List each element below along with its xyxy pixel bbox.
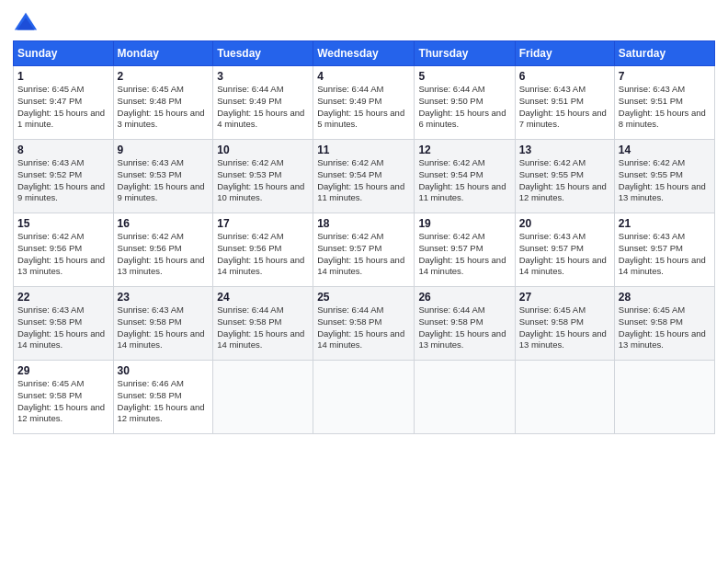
empty-cell bbox=[415, 361, 515, 434]
day-number: 24 bbox=[217, 291, 309, 304]
day-info: Sunrise: 6:42 AMSunset: 9:53 PMDaylight:… bbox=[217, 157, 309, 204]
day-info: Sunrise: 6:43 AMSunset: 9:58 PMDaylight:… bbox=[118, 304, 210, 351]
day-info: Sunrise: 6:45 AMSunset: 9:58 PMDaylight:… bbox=[619, 304, 711, 351]
day-info: Sunrise: 6:43 AMSunset: 9:57 PMDaylight:… bbox=[619, 231, 711, 278]
day-info: Sunrise: 6:42 AMSunset: 9:56 PMDaylight:… bbox=[217, 231, 309, 278]
day-number: 9 bbox=[118, 144, 210, 156]
day-cell-18: 18Sunrise: 6:42 AMSunset: 9:57 PMDayligh… bbox=[313, 213, 415, 287]
day-number: 13 bbox=[519, 144, 610, 156]
day-number: 5 bbox=[418, 70, 510, 83]
day-number: 6 bbox=[519, 70, 610, 83]
day-info: Sunrise: 6:45 AMSunset: 9:48 PMDaylight:… bbox=[118, 84, 210, 131]
header-row: SundayMondayTuesdayWednesdayThursdayFrid… bbox=[14, 41, 715, 66]
day-info: Sunrise: 6:45 AMSunset: 9:47 PMDaylight:… bbox=[17, 84, 109, 131]
day-info: Sunrise: 6:44 AMSunset: 9:50 PMDaylight:… bbox=[418, 84, 510, 131]
day-number: 18 bbox=[317, 217, 410, 230]
day-cell-2: 2Sunrise: 6:45 AMSunset: 9:48 PMDaylight… bbox=[113, 66, 213, 140]
day-cell-27: 27Sunrise: 6:45 AMSunset: 9:58 PMDayligh… bbox=[515, 287, 614, 361]
day-number: 27 bbox=[519, 291, 610, 304]
day-number: 30 bbox=[118, 364, 210, 377]
day-cell-3: 3Sunrise: 6:44 AMSunset: 9:49 PMDaylight… bbox=[213, 66, 313, 140]
day-info: Sunrise: 6:44 AMSunset: 9:49 PMDaylight:… bbox=[217, 84, 309, 131]
day-number: 11 bbox=[317, 144, 410, 156]
header-cell-wednesday: Wednesday bbox=[313, 41, 415, 66]
day-cell-23: 23Sunrise: 6:43 AMSunset: 9:58 PMDayligh… bbox=[113, 287, 213, 361]
day-info: Sunrise: 6:43 AMSunset: 9:53 PMDaylight:… bbox=[118, 157, 210, 204]
empty-cell bbox=[614, 361, 714, 434]
day-info: Sunrise: 6:42 AMSunset: 9:56 PMDaylight:… bbox=[118, 231, 210, 278]
day-cell-5: 5Sunrise: 6:44 AMSunset: 9:50 PMDaylight… bbox=[415, 66, 515, 140]
day-cell-10: 10Sunrise: 6:42 AMSunset: 9:53 PMDayligh… bbox=[213, 140, 313, 213]
day-cell-29: 29Sunrise: 6:45 AMSunset: 9:58 PMDayligh… bbox=[14, 361, 114, 434]
day-cell-13: 13Sunrise: 6:42 AMSunset: 9:55 PMDayligh… bbox=[515, 140, 614, 213]
day-cell-16: 16Sunrise: 6:42 AMSunset: 9:56 PMDayligh… bbox=[113, 213, 213, 287]
logo-icon bbox=[13, 9, 39, 35]
day-number: 10 bbox=[217, 144, 309, 156]
day-cell-20: 20Sunrise: 6:43 AMSunset: 9:57 PMDayligh… bbox=[515, 213, 614, 287]
day-info: Sunrise: 6:42 AMSunset: 9:54 PMDaylight:… bbox=[418, 157, 510, 204]
day-info: Sunrise: 6:45 AMSunset: 9:58 PMDaylight:… bbox=[519, 304, 610, 351]
week-row-1: 1Sunrise: 6:45 AMSunset: 9:47 PMDaylight… bbox=[14, 66, 715, 140]
empty-cell bbox=[313, 361, 415, 434]
day-info: Sunrise: 6:46 AMSunset: 9:58 PMDaylight:… bbox=[118, 378, 210, 425]
day-info: Sunrise: 6:42 AMSunset: 9:54 PMDaylight:… bbox=[317, 157, 410, 204]
day-number: 29 bbox=[17, 364, 109, 377]
day-info: Sunrise: 6:42 AMSunset: 9:55 PMDaylight:… bbox=[619, 157, 711, 204]
header-cell-monday: Monday bbox=[113, 41, 213, 66]
day-number: 22 bbox=[17, 291, 109, 304]
day-cell-6: 6Sunrise: 6:43 AMSunset: 9:51 PMDaylight… bbox=[515, 66, 614, 140]
day-number: 28 bbox=[619, 291, 711, 304]
week-row-5: 29Sunrise: 6:45 AMSunset: 9:58 PMDayligh… bbox=[14, 361, 715, 434]
day-cell-14: 14Sunrise: 6:42 AMSunset: 9:55 PMDayligh… bbox=[614, 140, 714, 213]
day-cell-22: 22Sunrise: 6:43 AMSunset: 9:58 PMDayligh… bbox=[14, 287, 114, 361]
day-number: 1 bbox=[17, 70, 109, 83]
day-number: 2 bbox=[118, 70, 210, 83]
day-number: 23 bbox=[118, 291, 210, 304]
day-info: Sunrise: 6:42 AMSunset: 9:57 PMDaylight:… bbox=[418, 231, 510, 278]
day-number: 8 bbox=[17, 144, 109, 156]
header-cell-tuesday: Tuesday bbox=[213, 41, 313, 66]
day-info: Sunrise: 6:42 AMSunset: 9:57 PMDaylight:… bbox=[317, 231, 410, 278]
day-info: Sunrise: 6:45 AMSunset: 9:58 PMDaylight:… bbox=[17, 378, 109, 425]
day-number: 7 bbox=[619, 70, 711, 83]
day-number: 19 bbox=[418, 217, 510, 230]
header bbox=[13, 9, 715, 35]
day-cell-24: 24Sunrise: 6:44 AMSunset: 9:58 PMDayligh… bbox=[213, 287, 313, 361]
empty-cell bbox=[515, 361, 614, 434]
day-cell-11: 11Sunrise: 6:42 AMSunset: 9:54 PMDayligh… bbox=[313, 140, 415, 213]
day-number: 15 bbox=[17, 217, 109, 230]
week-row-3: 15Sunrise: 6:42 AMSunset: 9:56 PMDayligh… bbox=[14, 213, 715, 287]
page-container: SundayMondayTuesdayWednesdayThursdayFrid… bbox=[0, 0, 728, 443]
day-info: Sunrise: 6:43 AMSunset: 9:52 PMDaylight:… bbox=[17, 157, 109, 204]
day-info: Sunrise: 6:44 AMSunset: 9:58 PMDaylight:… bbox=[418, 304, 510, 351]
header-cell-thursday: Thursday bbox=[415, 41, 515, 66]
header-cell-saturday: Saturday bbox=[614, 41, 714, 66]
day-number: 20 bbox=[519, 217, 610, 230]
day-number: 21 bbox=[619, 217, 711, 230]
week-row-2: 8Sunrise: 6:43 AMSunset: 9:52 PMDaylight… bbox=[14, 140, 715, 213]
day-cell-26: 26Sunrise: 6:44 AMSunset: 9:58 PMDayligh… bbox=[415, 287, 515, 361]
day-cell-15: 15Sunrise: 6:42 AMSunset: 9:56 PMDayligh… bbox=[14, 213, 114, 287]
day-cell-19: 19Sunrise: 6:42 AMSunset: 9:57 PMDayligh… bbox=[415, 213, 515, 287]
day-info: Sunrise: 6:44 AMSunset: 9:58 PMDaylight:… bbox=[217, 304, 309, 351]
day-info: Sunrise: 6:44 AMSunset: 9:49 PMDaylight:… bbox=[317, 84, 410, 131]
day-cell-4: 4Sunrise: 6:44 AMSunset: 9:49 PMDaylight… bbox=[313, 66, 415, 140]
day-cell-12: 12Sunrise: 6:42 AMSunset: 9:54 PMDayligh… bbox=[415, 140, 515, 213]
day-info: Sunrise: 6:42 AMSunset: 9:55 PMDaylight:… bbox=[519, 157, 610, 204]
day-cell-30: 30Sunrise: 6:46 AMSunset: 9:58 PMDayligh… bbox=[113, 361, 213, 434]
day-info: Sunrise: 6:44 AMSunset: 9:58 PMDaylight:… bbox=[317, 304, 410, 351]
day-info: Sunrise: 6:42 AMSunset: 9:56 PMDaylight:… bbox=[17, 231, 109, 278]
day-info: Sunrise: 6:43 AMSunset: 9:58 PMDaylight:… bbox=[17, 304, 109, 351]
day-number: 26 bbox=[418, 291, 510, 304]
day-cell-7: 7Sunrise: 6:43 AMSunset: 9:51 PMDaylight… bbox=[614, 66, 714, 140]
day-info: Sunrise: 6:43 AMSunset: 9:57 PMDaylight:… bbox=[519, 231, 610, 278]
day-number: 17 bbox=[217, 217, 309, 230]
day-info: Sunrise: 6:43 AMSunset: 9:51 PMDaylight:… bbox=[519, 84, 610, 131]
day-number: 25 bbox=[317, 291, 410, 304]
day-cell-17: 17Sunrise: 6:42 AMSunset: 9:56 PMDayligh… bbox=[213, 213, 313, 287]
day-cell-25: 25Sunrise: 6:44 AMSunset: 9:58 PMDayligh… bbox=[313, 287, 415, 361]
day-number: 16 bbox=[118, 217, 210, 230]
day-cell-9: 9Sunrise: 6:43 AMSunset: 9:53 PMDaylight… bbox=[113, 140, 213, 213]
week-row-4: 22Sunrise: 6:43 AMSunset: 9:58 PMDayligh… bbox=[14, 287, 715, 361]
header-cell-sunday: Sunday bbox=[14, 41, 114, 66]
